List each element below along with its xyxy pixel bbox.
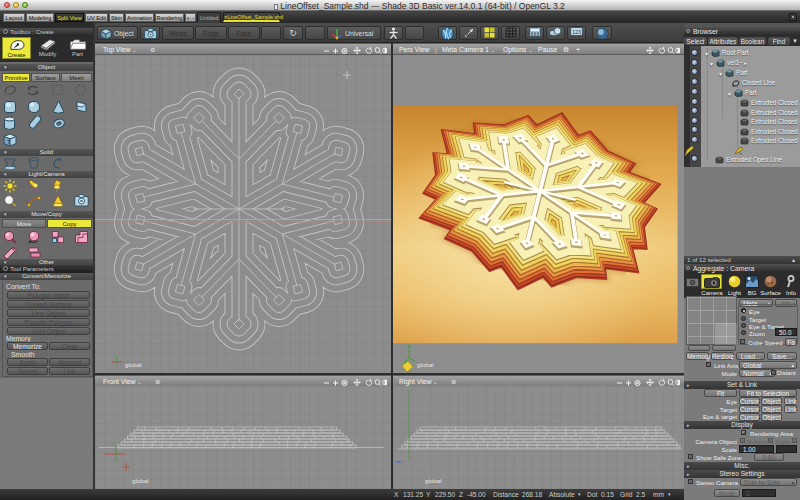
svg-text:T: T — [7, 139, 10, 145]
svg-text:global: global — [417, 361, 434, 368]
svg-text:global: global — [425, 477, 442, 484]
svg-text:global: global — [132, 477, 149, 484]
svg-text:global: global — [125, 361, 142, 368]
svg-text:123: 123 — [572, 29, 581, 35]
